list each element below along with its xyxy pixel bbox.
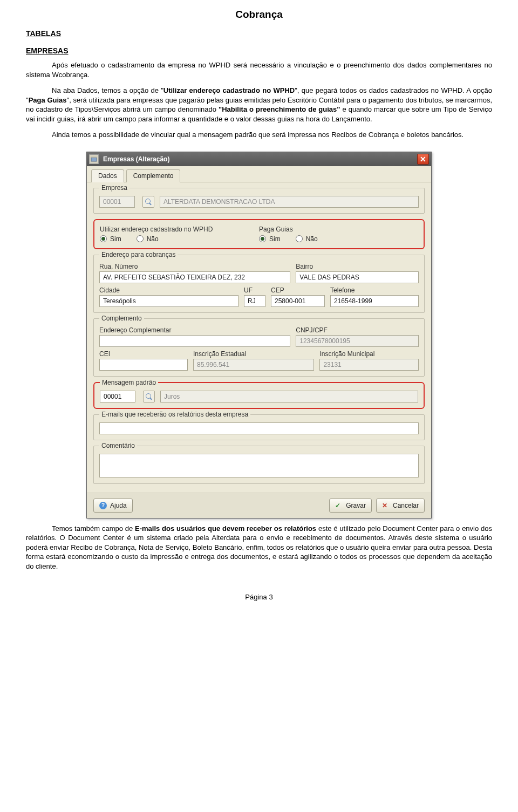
svg-rect-1 (91, 156, 97, 158)
page-title: Cobrança (26, 9, 492, 21)
button-label: Ajuda (110, 502, 127, 509)
svg-rect-0 (91, 158, 97, 161)
label-paga-guias: Paga Guias (259, 226, 418, 233)
legend-complemento: Complemento (99, 315, 144, 322)
group-mensagem-highlight: Mensagem padrão (93, 382, 425, 409)
search-icon (145, 198, 152, 206)
label-cei: CEI (99, 350, 188, 358)
endereco-complementar-field[interactable] (99, 335, 290, 347)
text: Temos também campo de (52, 524, 135, 533)
radio-endereco-nao[interactable]: Não (137, 235, 159, 243)
heading-empresas: EMPRESAS (26, 46, 492, 55)
close-button[interactable]: ✕ (417, 154, 429, 165)
legend-mensagem: Mensagem padrão (100, 379, 158, 386)
tabs: Dados Complemento (87, 166, 431, 182)
cei-field[interactable] (99, 359, 188, 371)
heading-tabelas: TABELAS (26, 29, 492, 38)
label-uf: UF (244, 286, 265, 294)
label-telefone: Telefone (330, 286, 419, 294)
paragraph-mensagem: Ainda temos a possibilidade de vincular … (26, 130, 492, 140)
group-options-highlight: Utilizar endereço cadastrado no WPHD Sim… (93, 219, 425, 249)
paragraph-intro: Após efetuado o cadastramento da empresa… (26, 60, 492, 79)
group-comentario: Comentário (93, 446, 425, 484)
gravar-button[interactable]: Gravar (329, 499, 372, 513)
paragraph-options: Na aba Dados, temos a opção de "Utilizar… (26, 86, 492, 124)
group-empresa: Empresa (93, 188, 425, 214)
titlebar: Empresas (Alteração) ✕ (87, 152, 431, 166)
dialog-screenshot: Empresas (Alteração) ✕ Dados Complemento… (26, 152, 492, 518)
help-icon: ? (99, 502, 107, 509)
telefone-field[interactable] (330, 295, 419, 307)
close-icon: ✕ (420, 155, 426, 163)
bold-utilizar-endereco: Utilizar endereço cadastrado no WPHD (163, 86, 295, 94)
label-bairro: Bairro (296, 263, 419, 270)
legend-endereco: Endereço para cobranças (99, 251, 178, 258)
check-icon (335, 502, 343, 509)
cep-field[interactable] (271, 295, 325, 307)
paragraph-emails: Temos também campo de E-mails dos usuári… (26, 524, 492, 571)
group-complemento: Complemento Endereço Complementar CNPJ/C… (93, 318, 425, 377)
cancelar-button[interactable]: Cancelar (376, 499, 425, 513)
page-footer: Página 3 (26, 593, 492, 601)
mensagem-search-button[interactable] (143, 391, 155, 402)
window-icon (89, 154, 99, 164)
radio-paga-nao[interactable]: Não (296, 235, 318, 243)
label-cidade: Cidade (99, 286, 238, 294)
window-title: Empresas (Alteração) (103, 155, 417, 163)
search-icon (145, 393, 153, 400)
dialog-button-bar: ? Ajuda Gravar Cancelar (87, 493, 431, 518)
label-rua: Rua, Número (99, 263, 290, 270)
legend-comentario: Comentário (99, 442, 137, 449)
button-label: Gravar (346, 502, 366, 509)
label-im: Inscrição Municipal (319, 350, 419, 358)
button-label: Cancelar (393, 502, 419, 509)
label-ie: Inscrição Estadual (193, 350, 314, 358)
radio-label: Não (306, 235, 318, 243)
radio-label: Não (147, 235, 159, 243)
text: Na aba Dados, temos a opção de " (52, 86, 163, 94)
dialog-empresas-alteracao: Empresas (Alteração) ✕ Dados Complemento… (86, 152, 432, 518)
group-emails: E-mails que receberão os relatórios dest… (93, 414, 425, 440)
radio-paga-sim[interactable]: Sim (259, 235, 281, 243)
radio-endereco-sim[interactable]: Sim (100, 235, 121, 243)
label-cnpj: CNPJ/CPF (296, 326, 419, 334)
tab-complemento[interactable]: Complemento (126, 169, 181, 182)
empresa-name-field (160, 196, 419, 208)
cidade-field[interactable] (99, 295, 238, 307)
uf-field[interactable] (244, 295, 265, 307)
bairro-field[interactable] (296, 271, 419, 283)
radio-label: Sim (269, 235, 281, 243)
mensagem-code-field[interactable] (100, 391, 135, 402)
ajuda-button[interactable]: ? Ajuda (93, 499, 133, 513)
emails-field[interactable] (99, 422, 419, 434)
label-endereco-complementar: Endereço Complementar (99, 326, 290, 334)
tab-dados[interactable]: Dados (91, 169, 124, 182)
bold-paga-guias: Paga Guias (29, 96, 67, 104)
legend-emails: E-mails que receberão os relatórios dest… (99, 411, 250, 418)
bold-emails-usuarios: E-mails dos usuários que devem receber o… (135, 524, 316, 533)
group-endereco: Endereço para cobranças Rua, Número Bair… (93, 255, 425, 313)
cnpj-field (296, 335, 419, 347)
legend-empresa: Empresa (99, 184, 130, 192)
label-cep: CEP (271, 286, 325, 294)
im-field (319, 359, 419, 371)
comentario-field[interactable] (99, 454, 419, 477)
cancel-icon (382, 502, 390, 509)
ie-field (193, 359, 314, 371)
empresa-search-button[interactable] (142, 196, 154, 208)
empresa-code-field[interactable] (99, 196, 135, 208)
bold-habilita-preenchimento: "Habilita o preenchimento de guias" (219, 105, 340, 113)
mensagem-desc-field (160, 391, 418, 402)
radio-label: Sim (110, 235, 121, 243)
label-utilizar-endereco: Utilizar endereço cadastrado no WPHD (100, 226, 259, 233)
rua-field[interactable] (99, 271, 290, 283)
